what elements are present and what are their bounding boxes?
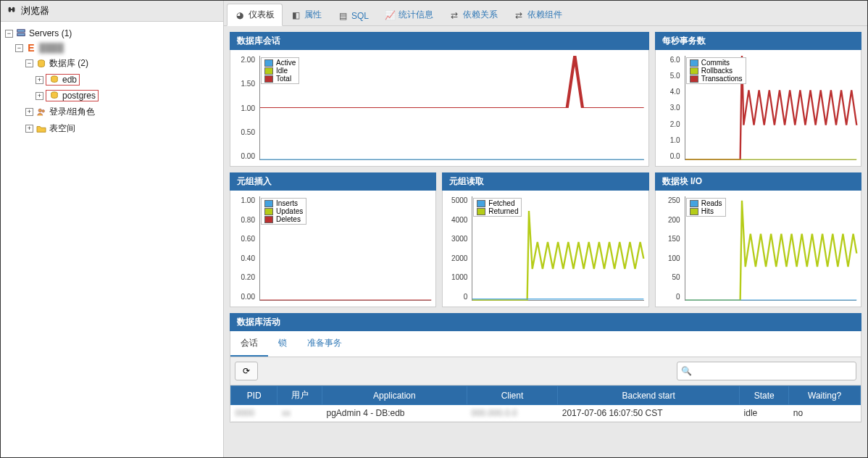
activity-tab-prepared[interactable]: 准备事务 bbox=[297, 331, 352, 357]
pid-cell: 0000 bbox=[235, 408, 255, 418]
tuples-in-chart: 1.000.800.600.400.200.00 Inserts Updates… bbox=[233, 193, 433, 304]
server-group-icon bbox=[15, 28, 27, 38]
expand-icon[interactable]: + bbox=[36, 76, 43, 84]
properties-icon: ◧ bbox=[291, 10, 301, 20]
svg-rect-1 bbox=[17, 33, 25, 36]
tab-dependents[interactable]: ⇄依赖组件 bbox=[506, 4, 570, 25]
tree-server[interactable]: − E ████ bbox=[14, 42, 220, 54]
table-row[interactable]: 0000 xx pgAdmin 4 - DB:edb 000.000.0.0 2… bbox=[231, 405, 861, 422]
collapse-icon[interactable]: − bbox=[5, 30, 13, 38]
client-cell: 000.000.0.0 bbox=[471, 408, 517, 418]
collapse-icon[interactable]: − bbox=[25, 59, 33, 67]
database-icon bbox=[49, 91, 60, 101]
collapse-icon[interactable]: − bbox=[15, 44, 23, 52]
svg-point-5 bbox=[38, 109, 41, 112]
roles-icon bbox=[36, 107, 47, 117]
database-group-icon bbox=[36, 59, 47, 69]
binoculars-icon bbox=[7, 5, 17, 17]
tab-dashboard[interactable]: ◕仪表板 bbox=[227, 4, 283, 26]
activity-tab-locks[interactable]: 锁 bbox=[268, 331, 297, 357]
panel-tuples-in: 元组插入 1.000.800.600.400.200.00 Inserts Up… bbox=[230, 172, 436, 307]
tab-properties[interactable]: ◧属性 bbox=[283, 4, 330, 25]
panel-tuples-out: 元组读取 500040003000200010000 Fetched Retur… bbox=[442, 172, 648, 307]
tab-stats[interactable]: 📈统计信息 bbox=[377, 4, 441, 25]
panel-sessions: 数据库会话 2.001.501.000.500.00 Active Idle T… bbox=[230, 32, 649, 167]
refresh-icon: ⟳ bbox=[243, 366, 250, 376]
tree-tablespaces[interactable]: + 表空间 bbox=[24, 122, 220, 136]
tab-sql[interactable]: ▤SQL bbox=[330, 6, 377, 25]
activity-table: PID 用户 Application Client Backend start … bbox=[230, 386, 861, 422]
user-cell: xx bbox=[282, 408, 291, 418]
dashboard-grid: 数据库会话 2.001.501.000.500.00 Active Idle T… bbox=[224, 26, 867, 313]
block-io-chart: 250200150100500 Reads Hits bbox=[659, 193, 858, 304]
browser-header: 浏览器 bbox=[1, 1, 223, 22]
tab-dependencies[interactable]: ⇄依赖关系 bbox=[441, 4, 506, 25]
main: ◕仪表板 ◧属性 ▤SQL 📈统计信息 ⇄依赖关系 ⇄依赖组件 数据库会话 2.… bbox=[224, 1, 867, 457]
tree: − Servers (1) − E ████ − 数据库 (2) bbox=[1, 22, 223, 457]
deps-icon: ⇄ bbox=[449, 10, 459, 20]
expand-icon[interactable]: + bbox=[25, 108, 33, 116]
panel-activity: 数据库活动 会话 锁 准备事务 ⟳ 🔍 PID 用 bbox=[230, 313, 861, 422]
activity-tab-sessions[interactable]: 会话 bbox=[230, 331, 268, 357]
main-tabbar: ◕仪表板 ◧属性 ▤SQL 📈统计信息 ⇄依赖关系 ⇄依赖组件 bbox=[224, 1, 867, 26]
browser-sidebar: 浏览器 − Servers (1) − E ████ − bbox=[1, 1, 224, 457]
refresh-button[interactable]: ⟳ bbox=[235, 362, 258, 380]
panel-tps: 每秒事务数 6.05.04.03.02.01.00.0 Commits Roll… bbox=[655, 32, 861, 167]
stats-icon: 📈 bbox=[385, 10, 395, 20]
tree-servers[interactable]: − Servers (1) bbox=[4, 28, 220, 39]
search-input[interactable] bbox=[677, 362, 856, 380]
tps-chart: 6.05.04.03.02.01.00.0 Commits Rollbacks … bbox=[659, 53, 858, 163]
tree-roles[interactable]: + 登录/组角色 bbox=[24, 105, 220, 119]
tree-db-postgres[interactable]: + postgres bbox=[34, 89, 220, 102]
panel-block-io: 数据块 I/O 250200150100500 Reads Hits bbox=[655, 172, 861, 307]
tree-db-edb[interactable]: + edb bbox=[34, 73, 220, 86]
sql-icon: ▤ bbox=[338, 11, 348, 21]
server-name-blurred: ████ bbox=[39, 43, 64, 53]
svg-point-6 bbox=[42, 109, 45, 112]
sessions-chart: 2.001.501.000.500.00 Active Idle Total bbox=[233, 53, 646, 163]
svg-rect-0 bbox=[17, 30, 25, 33]
folder-icon bbox=[36, 124, 47, 134]
activity-tabs: 会话 锁 准备事务 bbox=[230, 331, 861, 357]
dependents-icon: ⇄ bbox=[514, 10, 524, 20]
tree-databases[interactable]: − 数据库 (2) bbox=[24, 57, 220, 70]
database-icon bbox=[49, 75, 60, 85]
expand-icon[interactable]: + bbox=[36, 92, 43, 100]
browser-title: 浏览器 bbox=[21, 4, 49, 17]
tuples-out-chart: 500040003000200010000 Fetched Returned bbox=[446, 193, 645, 304]
expand-icon[interactable]: + bbox=[25, 125, 33, 133]
server-e-icon: E bbox=[25, 43, 37, 53]
dashboard-icon: ◕ bbox=[235, 10, 245, 20]
search-icon: 🔍 bbox=[681, 366, 692, 376]
